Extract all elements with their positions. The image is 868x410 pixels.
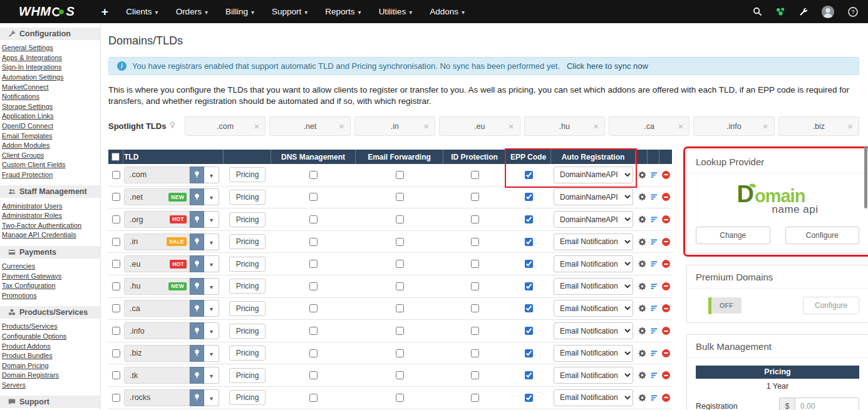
delete-icon[interactable] [661, 392, 671, 403]
sort-order-icon[interactable] [649, 392, 659, 403]
tld-input[interactable]: .info [124, 322, 190, 339]
row-select-checkbox[interactable] [112, 304, 120, 312]
help-icon[interactable]: ? [848, 7, 858, 17]
tld-dropdown-button[interactable] [204, 322, 219, 339]
sidebar-item-products-services[interactable]: Products/Services [0, 322, 100, 332]
spotlight-bulb-button[interactable] [190, 389, 204, 406]
pricing-button[interactable]: Pricing [229, 190, 266, 205]
select-all-checkbox[interactable] [111, 153, 120, 161]
pricing-button[interactable]: Pricing [229, 212, 266, 227]
epp-code-checkbox[interactable] [525, 171, 533, 179]
tld-input[interactable]: .netNEW [124, 188, 190, 205]
auto-registration-select[interactable]: Email Notification [554, 322, 633, 339]
email-forwarding-checkbox[interactable] [396, 371, 404, 379]
id-protection-checkbox[interactable] [471, 215, 479, 223]
dns-management-checkbox[interactable] [309, 238, 318, 246]
auto-registration-select[interactable]: DomainNameAPI [554, 211, 633, 228]
scrollbar-thumb[interactable] [864, 146, 867, 208]
dns-management-checkbox[interactable] [309, 371, 318, 379]
settings-gear-icon[interactable] [637, 392, 648, 403]
id-protection-checkbox[interactable] [471, 304, 479, 312]
sidebar-item-notifications[interactable]: Notifications [0, 92, 100, 102]
epp-code-checkbox[interactable] [525, 238, 533, 246]
settings-gear-icon[interactable] [637, 237, 648, 247]
sidebar-item-marketconnect[interactable]: MarketConnect [0, 82, 100, 92]
menu-addons[interactable]: Addons [421, 0, 473, 23]
pricing-button[interactable]: Pricing [229, 324, 266, 339]
tld-dropdown-button[interactable] [204, 367, 219, 384]
tld-dropdown-button[interactable] [204, 255, 219, 272]
menu-clients[interactable]: Clients [117, 0, 167, 23]
close-icon[interactable] [678, 121, 683, 131]
tld-input[interactable]: .euHOT [124, 255, 190, 272]
row-select-checkbox[interactable] [112, 171, 120, 179]
pricing-button[interactable]: Pricing [229, 167, 266, 182]
delete-icon[interactable] [661, 170, 671, 180]
email-forwarding-checkbox[interactable] [396, 394, 404, 402]
sidebar-item-fraud-protection[interactable]: Fraud Protection [0, 170, 100, 180]
sidebar-item-addon-modules[interactable]: Addon Modules [0, 141, 100, 151]
spotlight-bulb-button[interactable] [190, 233, 204, 250]
tld-dropdown-button[interactable] [204, 345, 219, 362]
spotlight-bulb-button[interactable] [190, 255, 204, 272]
epp-code-checkbox[interactable] [525, 304, 533, 312]
menu-reports[interactable]: Reports [316, 0, 369, 23]
sidebar-item-openid-connect[interactable]: OpenID Connect [0, 121, 100, 131]
sort-order-icon[interactable] [649, 303, 659, 314]
pricing-button[interactable]: Pricing [229, 346, 266, 361]
epp-code-checkbox[interactable] [525, 282, 533, 290]
row-select-checkbox[interactable] [112, 282, 120, 290]
epp-code-checkbox[interactable] [525, 193, 533, 201]
community-icon[interactable] [775, 7, 786, 16]
email-forwarding-checkbox[interactable] [396, 304, 404, 312]
sidebar-item-payment-gateways[interactable]: Payment Gateways [0, 271, 100, 281]
email-forwarding-checkbox[interactable] [396, 349, 404, 357]
id-protection-checkbox[interactable] [471, 394, 479, 402]
sidebar-item-general-settings[interactable]: General Settings [0, 43, 100, 53]
row-select-checkbox[interactable] [112, 394, 120, 402]
sidebar-item-apps-integrations[interactable]: Apps & Integrations [0, 53, 100, 63]
sidebar-item-domain-registrars[interactable]: Domain Registrars [0, 371, 100, 381]
row-select-checkbox[interactable] [112, 238, 120, 246]
row-select-checkbox[interactable] [112, 371, 120, 379]
spotlight-bulb-button[interactable] [190, 167, 204, 183]
dns-management-checkbox[interactable] [309, 282, 318, 290]
sidebar-item-administrator-users[interactable]: Administrator Users [0, 201, 100, 211]
tld-dropdown-button[interactable] [204, 211, 219, 228]
tld-dropdown-button[interactable] [204, 278, 219, 295]
pricing-button[interactable]: Pricing [229, 368, 266, 383]
settings-gear-icon[interactable] [637, 370, 648, 381]
row-select-checkbox[interactable] [112, 327, 120, 335]
sort-order-icon[interactable] [649, 370, 659, 381]
sidebar-item-currencies[interactable]: Currencies [0, 262, 100, 272]
auto-registration-select[interactable]: Email Notification [554, 300, 633, 317]
auto-registration-select[interactable]: Email Notification [554, 367, 633, 384]
menu-billing[interactable]: Billing [217, 0, 263, 23]
sort-order-icon[interactable] [649, 237, 659, 247]
tld-input[interactable]: .tk [124, 367, 190, 384]
delete-icon[interactable] [661, 237, 671, 247]
whmcs-logo[interactable]: WHM S [19, 4, 75, 19]
epp-code-checkbox[interactable] [525, 327, 533, 335]
tld-dropdown-button[interactable] [204, 167, 219, 183]
sort-order-icon[interactable] [649, 259, 659, 269]
row-select-checkbox[interactable] [112, 193, 120, 201]
settings-gear-icon[interactable] [637, 170, 648, 180]
search-icon[interactable] [753, 7, 762, 16]
sidebar-item-administrator-roles[interactable]: Administrator Roles [0, 211, 100, 221]
delete-icon[interactable] [661, 348, 671, 359]
auto-registration-select[interactable]: Email Notification [554, 255, 633, 272]
settings-gear-icon[interactable] [637, 214, 648, 225]
id-protection-checkbox[interactable] [471, 238, 479, 246]
tld-dropdown-button[interactable] [204, 233, 219, 250]
close-icon[interactable] [339, 121, 344, 131]
sidebar-item-product-bundles[interactable]: Product Bundles [0, 351, 100, 361]
pricing-button[interactable]: Pricing [229, 301, 266, 316]
auto-registration-select[interactable]: Email Notification [554, 389, 633, 406]
row-select-checkbox[interactable] [112, 260, 120, 268]
settings-gear-icon[interactable] [637, 325, 648, 336]
sidebar-item-servers[interactable]: Servers [0, 381, 100, 391]
sort-order-icon[interactable] [649, 281, 659, 292]
settings-gear-icon[interactable] [637, 192, 648, 202]
configure-button[interactable]: Configure [785, 227, 860, 244]
